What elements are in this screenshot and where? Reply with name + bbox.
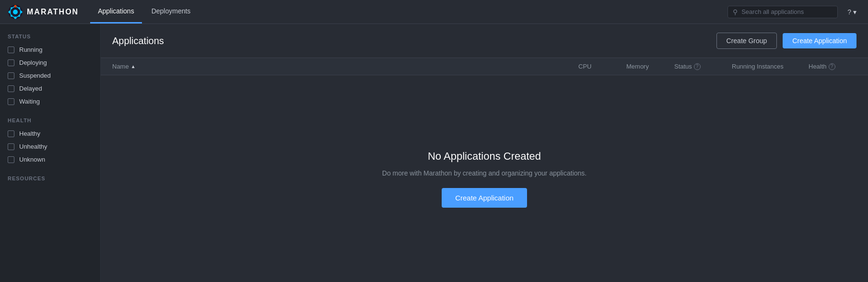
svg-point-6 — [11, 7, 12, 9]
health-section: HEALTH Healthy Unhealthy Unknown — [0, 118, 100, 166]
waiting-label: Waiting — [19, 98, 40, 105]
svg-point-8 — [11, 15, 12, 17]
sidebar-item-unhealthy[interactable]: Unhealthy — [0, 140, 100, 153]
col-running-label: Running Instances — [732, 63, 784, 70]
healthy-checkbox[interactable] — [8, 130, 14, 137]
header-actions: Create Group Create Application — [716, 33, 856, 49]
sort-icon[interactable]: ▲ — [131, 64, 136, 69]
healthy-label: Healthy — [19, 130, 40, 137]
logo-icon — [8, 4, 23, 20]
resources-section: RESOURCES — [0, 176, 100, 185]
sidebar-item-waiting[interactable]: Waiting — [0, 95, 100, 108]
search-box: ⚲ — [727, 6, 838, 18]
unhealthy-checkbox[interactable] — [8, 143, 14, 150]
help-chevron-icon: ▾ — [853, 8, 856, 16]
health-section-title: HEALTH — [0, 118, 100, 127]
page-title: Applications — [112, 35, 164, 47]
suspended-checkbox[interactable] — [8, 72, 14, 79]
help-button[interactable]: ? ▾ — [844, 6, 860, 18]
col-status: Status ? — [674, 63, 732, 70]
sidebar-item-delayed[interactable]: Delayed — [0, 82, 100, 95]
col-health: Health ? — [809, 63, 856, 70]
delayed-label: Delayed — [19, 85, 42, 92]
empty-state-description: Do more with Marathon by creating and or… — [382, 168, 586, 178]
empty-state-title: No Applications Created — [428, 150, 541, 163]
sidebar-item-deploying[interactable]: Deploying — [0, 56, 100, 69]
main-layout: STATUS Running Deploying Suspended Delay… — [0, 24, 868, 282]
help-icon: ? — [847, 8, 851, 16]
resources-section-title: RESOURCES — [0, 176, 100, 185]
deploying-checkbox[interactable] — [8, 59, 14, 66]
main-content: Applications Create Group Create Applica… — [101, 24, 868, 282]
status-section: STATUS Running Deploying Suspended Delay… — [0, 34, 100, 108]
col-cpu: CPU — [578, 63, 626, 70]
col-name: Name ▲ — [112, 63, 578, 70]
create-application-button[interactable]: Create Application — [783, 33, 856, 48]
waiting-checkbox[interactable] — [8, 98, 14, 105]
sidebar-item-suspended[interactable]: Suspended — [0, 69, 100, 82]
svg-point-1 — [13, 10, 18, 14]
running-label: Running — [19, 46, 42, 53]
sidebar-item-running[interactable]: Running — [0, 43, 100, 56]
sidebar-item-healthy[interactable]: Healthy — [0, 127, 100, 140]
col-memory-label: Memory — [626, 63, 649, 70]
deploying-label: Deploying — [19, 59, 47, 66]
svg-point-3 — [14, 16, 17, 19]
empty-state-create-button[interactable]: Create Application — [442, 188, 527, 208]
svg-point-2 — [14, 5, 17, 7]
health-info-icon[interactable]: ? — [829, 63, 835, 70]
delayed-checkbox[interactable] — [8, 85, 14, 92]
search-icon: ⚲ — [733, 8, 738, 16]
sidebar-item-unknown[interactable]: Unknown — [0, 153, 100, 166]
col-cpu-label: CPU — [578, 63, 591, 70]
nav-right: ⚲ ? ▾ — [727, 6, 860, 18]
col-health-label: Health — [809, 63, 827, 70]
table-header: Name ▲ CPU Memory Status ? Running Insta… — [101, 58, 868, 75]
suspended-label: Suspended — [19, 72, 51, 79]
sidebar: STATUS Running Deploying Suspended Delay… — [0, 24, 101, 282]
logo-text: MARATHON — [27, 8, 79, 16]
svg-point-9 — [18, 15, 20, 17]
unknown-checkbox[interactable] — [8, 156, 14, 163]
running-checkbox[interactable] — [8, 47, 14, 53]
status-section-title: STATUS — [0, 34, 100, 43]
tab-applications[interactable]: Applications — [90, 0, 142, 24]
logo: MARATHON — [8, 4, 79, 20]
col-status-label: Status — [674, 63, 692, 70]
svg-point-5 — [20, 11, 23, 13]
col-memory: Memory — [626, 63, 674, 70]
empty-state: No Applications Created Do more with Mar… — [101, 75, 868, 282]
search-input[interactable] — [741, 8, 833, 15]
col-running-instances: Running Instances — [732, 63, 809, 70]
content-header: Applications Create Group Create Applica… — [101, 24, 868, 58]
nav-tabs: Applications Deployments — [90, 0, 198, 24]
unknown-label: Unknown — [19, 156, 45, 163]
svg-point-4 — [9, 11, 11, 13]
unhealthy-label: Unhealthy — [19, 143, 47, 150]
top-nav: MARATHON Applications Deployments ⚲ ? ▾ — [0, 0, 868, 24]
tab-deployments[interactable]: Deployments — [144, 0, 199, 24]
status-info-icon[interactable]: ? — [694, 63, 701, 70]
svg-point-7 — [18, 7, 20, 9]
create-group-button[interactable]: Create Group — [716, 33, 777, 49]
col-name-label: Name — [112, 63, 129, 70]
